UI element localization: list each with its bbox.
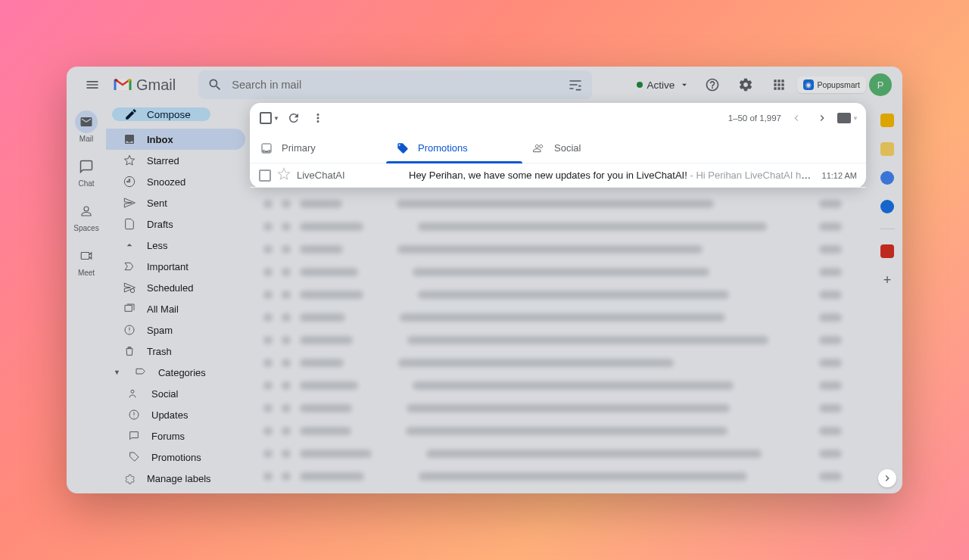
folder-manage-labels[interactable]: Manage labels	[106, 468, 245, 489]
star-icon[interactable]	[277, 167, 291, 183]
side-panel: +	[872, 103, 902, 493]
apps-rail: Mail Chat Spaces Meet	[67, 103, 106, 493]
prev-page-button[interactable]	[786, 107, 807, 129]
search-input[interactable]	[227, 79, 563, 91]
main-menu-button[interactable]	[77, 70, 107, 100]
refresh-button[interactable]	[282, 106, 306, 130]
folder-social[interactable]: Social	[106, 383, 245, 404]
org-logo-icon: ◉	[803, 79, 814, 90]
folder-spam[interactable]: Spam	[106, 319, 245, 341]
inbox-highlight: ▼ 1–50 of 1,997 ▼ Primary	[250, 103, 866, 188]
search-bar[interactable]	[198, 70, 592, 99]
email-row[interactable]: LiveChatAI Hey Perihan, we have some new…	[250, 163, 866, 188]
chevron-down-icon	[679, 79, 690, 90]
email-subject: Hey Perihan, we have some new updates fo…	[409, 170, 816, 181]
folder-drafts[interactable]: Drafts	[106, 213, 245, 235]
apps-grid-icon[interactable]	[764, 70, 794, 100]
folder-important[interactable]: Important	[106, 256, 245, 277]
input-tool-button[interactable]: ▼	[837, 107, 858, 129]
tab-primary[interactable]: Primary	[250, 133, 386, 163]
help-icon[interactable]	[697, 70, 728, 100]
get-addons-icon[interactable]: +	[880, 273, 894, 287]
rail-chat[interactable]: Chat	[75, 155, 98, 188]
divider	[880, 229, 895, 229]
keep-addon-icon[interactable]	[880, 142, 894, 156]
rail-meet[interactable]: Meet	[75, 244, 98, 277]
avatar[interactable]: P	[869, 73, 892, 96]
org-name: Popupsmart	[817, 80, 860, 89]
search-icon[interactable]	[203, 73, 227, 97]
rail-spaces[interactable]: Spaces	[73, 200, 98, 232]
blurred-mail-list	[250, 192, 855, 487]
app-header: Gmail Active	[67, 67, 902, 103]
folder-snoozed[interactable]: Snoozed	[106, 171, 245, 192]
tasks-addon-icon[interactable]	[880, 171, 894, 185]
tab-social[interactable]: Social	[522, 133, 659, 163]
search-options-icon[interactable]	[563, 73, 587, 97]
folder-promotions[interactable]: Promotions	[106, 446, 245, 468]
collapse-sidepanel-button[interactable]	[878, 469, 896, 487]
folder-trash[interactable]: Trash	[106, 341, 245, 362]
email-sender: LiveChatAI	[297, 170, 403, 181]
inbox-tabs: Primary Promotions Social	[250, 133, 866, 163]
mail-toolbar: ▼ 1–50 of 1,997 ▼	[250, 103, 866, 133]
folder-create-new-label[interactable]: Create new label	[106, 489, 245, 493]
tag-icon	[397, 142, 409, 154]
svg-point-2	[131, 390, 134, 393]
inbox-icon	[260, 142, 273, 154]
folder-sent[interactable]: Sent	[106, 192, 245, 213]
more-button[interactable]	[306, 106, 330, 130]
mail-panel: ▼ 1–50 of 1,997 ▼ Primary	[250, 103, 866, 487]
gmail-logo[interactable]: Gmail	[114, 76, 176, 94]
svg-point-0	[130, 288, 134, 292]
folder-forums[interactable]: Forums	[106, 425, 245, 446]
next-page-button[interactable]	[812, 107, 833, 129]
calendar-addon-icon[interactable]	[880, 114, 894, 127]
row-checkbox[interactable]	[259, 170, 271, 182]
email-time: 11:12 AM	[822, 171, 857, 180]
contacts-addon-icon[interactable]	[880, 200, 894, 213]
folder-less[interactable]: Less	[106, 235, 245, 256]
tab-promotions[interactable]: Promotions	[386, 133, 522, 163]
folder-updates[interactable]: Updates	[106, 404, 245, 425]
page-range: 1–50 of 1,997	[728, 114, 781, 123]
folder-nav: Compose InboxStarredSnoozedSentDraftsLes…	[106, 103, 250, 493]
people-icon	[533, 142, 545, 154]
folder-inbox[interactable]: Inbox	[106, 129, 245, 150]
compose-button[interactable]: Compose	[112, 107, 210, 121]
folder-categories[interactable]: ▼Categories	[106, 362, 245, 383]
folder-all-mail[interactable]: All Mail	[106, 298, 245, 319]
status-dot-icon	[637, 82, 643, 88]
settings-icon[interactable]	[731, 70, 761, 100]
rail-mail[interactable]: Mail	[75, 110, 98, 143]
status-label: Active	[647, 79, 675, 91]
folder-scheduled[interactable]: Scheduled	[106, 277, 245, 298]
org-tag[interactable]: ◉ Popupsmart	[797, 76, 866, 93]
product-name: Gmail	[136, 76, 176, 94]
status-chip[interactable]: Active	[632, 76, 695, 94]
addon-icon[interactable]	[880, 244, 894, 258]
folder-starred[interactable]: Starred	[106, 150, 245, 171]
select-all-checkbox[interactable]: ▼	[257, 106, 282, 130]
